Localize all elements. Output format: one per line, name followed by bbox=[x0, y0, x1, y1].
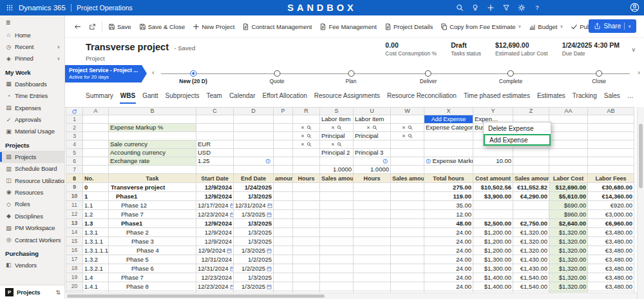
grid-cell[interactable]: USD bbox=[196, 149, 234, 157]
grid-cell[interactable] bbox=[320, 246, 354, 255]
grid-cell[interactable]: €1,430.00 bbox=[513, 264, 549, 273]
grid-cell[interactable] bbox=[320, 192, 354, 201]
help-icon[interactable] bbox=[533, 4, 541, 12]
vertical-scrollbar[interactable] bbox=[637, 107, 644, 299]
grid-cell[interactable]: $1,320.00 bbox=[549, 273, 588, 282]
sidebar-item-pm-workspace[interactable]: ▨PM Workspace bbox=[0, 222, 64, 233]
grid-cell[interactable] bbox=[274, 183, 293, 192]
field-header-sales-amount[interactable]: Sales amount bbox=[513, 174, 549, 183]
grid-cell[interactable]: 275.00 bbox=[424, 183, 473, 192]
sidebar-item-contract-workers[interactable]: ◎Contract Workers bbox=[0, 234, 64, 246]
grid-cell[interactable] bbox=[391, 210, 424, 219]
grid-cell[interactable] bbox=[424, 132, 473, 140]
row-header[interactable]: 10 bbox=[66, 192, 83, 201]
grid-cell[interactable]: 12.00 bbox=[424, 210, 473, 219]
grid-cell[interactable]: 119.00 bbox=[424, 192, 473, 201]
hamburger-menu-icon[interactable]: ≡ bbox=[0, 15, 64, 29]
row-header[interactable]: 6 bbox=[66, 157, 83, 166]
grid-cell[interactable] bbox=[196, 132, 234, 140]
grid-cell[interactable]: 1.3.2 bbox=[83, 255, 109, 264]
horizontal-scrollbar[interactable] bbox=[66, 293, 638, 299]
grid-cell[interactable] bbox=[588, 157, 634, 166]
grid-cell[interactable] bbox=[391, 237, 424, 246]
bpf-stage-deliver[interactable]: Deliver bbox=[420, 70, 437, 84]
grid-cell[interactable]: 12/23/2024 bbox=[196, 282, 234, 291]
grid-cell[interactable] bbox=[274, 273, 293, 282]
stage-radio-icon[interactable] bbox=[596, 70, 602, 77]
grid-cell[interactable] bbox=[293, 183, 320, 192]
grid-cell[interactable]: Phase 7 bbox=[109, 273, 196, 282]
grid-cell[interactable] bbox=[234, 149, 274, 157]
grid-cell[interactable] bbox=[293, 115, 320, 124]
grid-cell[interactable]: 1.4.1 bbox=[83, 282, 109, 291]
grid-cell[interactable] bbox=[588, 166, 634, 174]
grid-cell[interactable] bbox=[293, 149, 320, 157]
grid-cell[interactable] bbox=[391, 228, 424, 237]
grid-cell[interactable]: €3,000.00 bbox=[588, 210, 634, 219]
grid-cell[interactable] bbox=[234, 166, 274, 174]
grid-cell[interactable]: Phase 6 bbox=[109, 264, 196, 273]
plus-icon[interactable] bbox=[487, 4, 495, 12]
row-header[interactable]: 5 bbox=[66, 149, 83, 157]
grid-cell[interactable]: 12/31/2024 bbox=[234, 201, 274, 210]
grid-cell[interactable] bbox=[293, 228, 320, 237]
field-header-end-date[interactable]: End Date bbox=[234, 174, 274, 183]
grid-cell[interactable]: 24.00 bbox=[424, 237, 473, 246]
row-header[interactable]: 19 bbox=[66, 273, 83, 282]
grid-cell[interactable]: 12/31/2024 bbox=[196, 255, 234, 264]
grid-cell[interactable] bbox=[293, 246, 320, 255]
grid-cell[interactable]: 24.00 bbox=[424, 228, 473, 237]
context-menu-item-add-expense[interactable]: Add Expense bbox=[484, 134, 551, 146]
grid-cell[interactable] bbox=[354, 210, 391, 219]
grid-cell[interactable]: €11,552.82 bbox=[513, 183, 549, 192]
grid-cell[interactable]: Principal 3 bbox=[354, 149, 391, 157]
field-header-labor-fees[interactable]: Labor Fees bbox=[588, 174, 634, 183]
grid-cell[interactable]: 24.00 bbox=[424, 282, 473, 291]
grid-cell[interactable]: Phase 4 bbox=[109, 246, 196, 255]
grid-cell[interactable] bbox=[473, 166, 513, 174]
grid-cell[interactable]: €2,750.00 bbox=[513, 219, 549, 228]
grid-cell[interactable] bbox=[549, 124, 588, 132]
column-header-P[interactable]: P bbox=[274, 108, 293, 115]
grid-cell[interactable] bbox=[391, 166, 424, 174]
grid-cell[interactable] bbox=[354, 183, 391, 192]
grid-cell[interactable]: Labor Item bbox=[320, 115, 354, 124]
grid-cell[interactable]: 0 bbox=[83, 183, 109, 192]
row-header[interactable]: 2 bbox=[66, 124, 83, 132]
bpf-stage-box[interactable]: Project Service - Project ... Active for… bbox=[64, 65, 142, 82]
tab-sales[interactable]: Sales bbox=[603, 84, 621, 107]
grid-cell[interactable]: €920.00 bbox=[588, 201, 634, 210]
grid-cell[interactable] bbox=[274, 219, 293, 228]
grid-cell[interactable] bbox=[320, 273, 354, 282]
grid-cell[interactable]: × bbox=[320, 124, 354, 132]
field-header-cost-amount[interactable]: Cost amount bbox=[473, 174, 513, 183]
grid-cell[interactable]: €1,320.00 bbox=[513, 237, 549, 246]
grid-cell[interactable]: 12/9/2024 bbox=[196, 183, 234, 192]
grid-cell[interactable] bbox=[293, 210, 320, 219]
sidebar-item-approvals[interactable]: ✓Approvals bbox=[0, 113, 64, 125]
grid-cell[interactable]: 12/9/2024 bbox=[196, 219, 234, 228]
grid-cell[interactable] bbox=[354, 201, 391, 210]
grid-cell[interactable] bbox=[274, 264, 293, 273]
grid-cell[interactable]: Principal 2 bbox=[320, 149, 354, 157]
grid-cell[interactable]: 1/2/2025 bbox=[234, 255, 274, 264]
grid-cell[interactable] bbox=[513, 166, 549, 174]
tab-effort-allocation[interactable]: Effort Allocation bbox=[261, 84, 307, 107]
grid-cell[interactable]: $1,320.00 bbox=[549, 237, 588, 246]
grid-cell[interactable] bbox=[354, 192, 391, 201]
grid-cell[interactable]: $1,320.00 bbox=[549, 228, 588, 237]
column-header-Z[interactable]: Z bbox=[513, 108, 549, 115]
grid-cell[interactable]: 1.25 bbox=[196, 157, 234, 166]
grid-cell[interactable] bbox=[83, 157, 109, 166]
grid-cell[interactable]: €4,290.00 bbox=[513, 192, 549, 201]
cmd-budget[interactable]: Budget∨ bbox=[527, 21, 565, 32]
grid-cell[interactable]: €6,960.00 bbox=[588, 219, 634, 228]
row-header[interactable]: 20 bbox=[66, 282, 83, 291]
grid-cell[interactable] bbox=[320, 219, 354, 228]
waffle-icon[interactable] bbox=[6, 5, 13, 11]
column-header-S[interactable]: S bbox=[320, 108, 354, 115]
grid-cell[interactable] bbox=[549, 115, 588, 124]
grid-cell[interactable] bbox=[424, 166, 473, 174]
grid-cell[interactable] bbox=[274, 132, 293, 140]
grid-cell[interactable]: Phase1 bbox=[109, 219, 196, 228]
